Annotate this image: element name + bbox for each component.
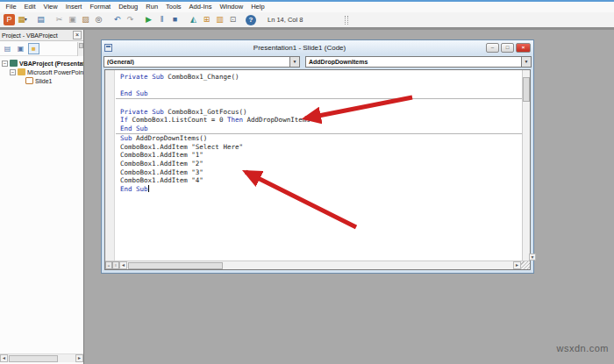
code-window-titlebar[interactable]: Presentation1 - Slide1 (Code) – □ × [102, 40, 533, 54]
scroll-right-icon[interactable]: ► [75, 354, 83, 362]
menu-window[interactable]: Window [216, 2, 247, 12]
resize-grip-icon[interactable] [521, 261, 530, 269]
menu-format[interactable]: Format [86, 2, 115, 12]
cut-icon[interactable]: ✂ [54, 14, 65, 25]
code-line[interactable] [120, 99, 522, 108]
menu-bar: FileEditViewInsertFormatDebugRunToolsAdd… [0, 2, 614, 12]
toolbar-end-handle-icon [345, 16, 348, 25]
code-line[interactable]: ComboBox1.AddItem "4" [120, 176, 522, 185]
code-window-title: Presentation1 - Slide1 (Code) [115, 44, 484, 52]
code-line[interactable] [120, 82, 522, 90]
tree-item-microsoft[interactable]: −Microsoft PowerPoint Ob [0, 68, 83, 76]
restore-button[interactable]: □ [501, 43, 514, 53]
menu-file[interactable]: File [2, 2, 20, 12]
code-line[interactable]: Private Sub ComboBox1_Change() [120, 73, 522, 82]
copy-icon[interactable]: ▣ [67, 14, 78, 25]
menu-run[interactable]: Run [142, 2, 162, 12]
close-icon[interactable]: × [73, 31, 82, 39]
full-module-view-button[interactable]: ≡ [112, 261, 119, 269]
code-line[interactable]: Private Sub ComboBox1_GotFocus() [120, 108, 522, 117]
code-line[interactable]: ComboBox1.AddItem "1" [120, 151, 522, 160]
toolbar: P▦▾▤✂▣▨◎↶↷▶‖■◭⊞▥⊡? Ln 14, Col 8 [0, 12, 614, 27]
code-line[interactable]: End Sub [120, 89, 522, 98]
menu-edit[interactable]: Edit [20, 2, 39, 12]
expander-icon[interactable]: − [10, 69, 16, 75]
view-object-button[interactable]: ▣ [15, 43, 26, 54]
find-icon[interactable]: ◎ [93, 14, 104, 25]
menu-debug[interactable]: Debug [115, 2, 142, 12]
tree-item-vbaproject[interactable]: −VBAProject (Presentatio [0, 59, 83, 68]
code-line[interactable]: If ComboBox1.ListCount = 0 Then AddDropD… [120, 116, 522, 125]
menu-view[interactable]: View [39, 2, 61, 12]
tree-item-label: VBAProject (Presentatio [19, 61, 83, 67]
scroll-right-icon[interactable]: ► [513, 261, 521, 269]
view-powerpoint-icon[interactable]: P [4, 14, 15, 25]
code-editor-client: Private Sub ComboBox1_Change()End SubPri… [104, 69, 531, 270]
tree-item-slide1[interactable]: −Slide1 [0, 76, 83, 85]
vscroll-thumb[interactable] [523, 77, 530, 102]
procedure-view-button[interactable]: = [105, 261, 112, 269]
scroll-left-icon[interactable]: ◄ [0, 354, 8, 362]
paste-icon[interactable]: ▨ [80, 14, 91, 25]
save-icon[interactable]: ▤ [35, 14, 46, 25]
project-panel-hscrollbar[interactable]: ◄ ► [0, 353, 83, 362]
tree-item-label: Slide1 [35, 78, 52, 84]
code-line[interactable]: ComboBox1.AddItem "2" [120, 160, 522, 168]
project-panel-vscrollbar[interactable] [77, 42, 83, 56]
code-editor[interactable]: Private Sub ComboBox1_Change()End SubPri… [116, 70, 522, 261]
minimize-button[interactable]: – [486, 43, 499, 53]
text-cursor [148, 185, 149, 192]
cursor-position-indicator: Ln 14, Col 8 [268, 16, 303, 24]
project-icon [10, 60, 18, 67]
chevron-down-icon[interactable]: ▼ [521, 57, 531, 67]
close-button[interactable]: × [516, 43, 531, 53]
folder-icon [18, 68, 25, 75]
code-line[interactable]: End Sub [120, 125, 522, 133]
code-window-icon [104, 44, 112, 52]
project-explorer-icon[interactable]: ⊞ [201, 14, 212, 25]
redo-icon[interactable]: ↷ [125, 14, 136, 25]
undo-icon[interactable]: ↶ [111, 14, 123, 25]
scroll-down-icon[interactable]: ▼ [529, 253, 536, 261]
toolbar-icons: P▦▾▤✂▣▨◎↶↷▶‖■◭⊞▥⊡? [3, 14, 257, 25]
help-icon[interactable]: ? [246, 15, 256, 25]
project-panel-titlebar: Project - VBAProject × [0, 30, 83, 41]
menu-addins[interactable]: Add-Ins [185, 2, 216, 12]
margin-indicator-bar [105, 70, 115, 261]
code-line[interactable]: Sub AddDropDownItems() [120, 134, 522, 143]
menu-help[interactable]: Help [247, 2, 268, 12]
watermark-text: wsxdn.com [556, 343, 609, 353]
break-icon[interactable]: ‖ [156, 14, 168, 25]
code-line[interactable]: ComboBox1.AddItem "Select Here" [120, 143, 522, 152]
vba-editor-window: FileEditViewInsertFormatDebugRunToolsAdd… [0, 0, 614, 364]
project-panel-toolbar: ▤▣■ [0, 41, 83, 56]
code-window: Presentation1 - Slide1 (Code) – □ × (Gen… [101, 39, 534, 274]
insert-userform-icon[interactable]: ▦▾ [17, 14, 28, 25]
object-dropdown[interactable]: (General) ▼ [104, 56, 300, 68]
project-explorer-panel: Project - VBAProject × ▤▣■ −VBAProject (… [0, 30, 84, 364]
chevron-down-icon[interactable]: ▼ [289, 57, 299, 67]
project-tree: −VBAProject (Presentatio−Microsoft Power… [0, 56, 83, 85]
properties-window-icon[interactable]: ▥ [214, 14, 225, 25]
code-hscrollbar[interactable]: = ≡ ◄ ► [105, 261, 530, 269]
slide-icon [25, 77, 33, 84]
chevron-down-icon: ▾ [25, 14, 27, 25]
menu-tools[interactable]: Tools [162, 2, 186, 12]
code-window-combos: (General) ▼ AddDropDownItems ▼ [102, 54, 533, 69]
run-icon[interactable]: ▶ [143, 14, 154, 25]
view-code-button[interactable]: ▤ [2, 43, 13, 54]
reset-icon[interactable]: ■ [169, 14, 181, 25]
procedure-dropdown[interactable]: AddDropDownItems ▼ [305, 56, 532, 68]
scroll-left-icon[interactable]: ◄ [119, 261, 127, 269]
expander-icon[interactable]: − [2, 61, 8, 67]
hscroll-thumb[interactable] [9, 355, 58, 362]
toggle-folders-button[interactable]: ■ [28, 43, 39, 54]
hscroll-thumb[interactable] [128, 262, 223, 269]
design-mode-icon[interactable]: ◭ [188, 14, 199, 25]
code-vscrollbar[interactable]: ▲ ▼ [522, 70, 530, 261]
code-line[interactable]: ComboBox1.AddItem "3" [120, 168, 522, 177]
menu-insert[interactable]: Insert [61, 2, 86, 12]
tree-item-label: Microsoft PowerPoint Ob [27, 69, 83, 75]
object-browser-icon[interactable]: ⊡ [227, 14, 239, 25]
code-line[interactable]: End Sub [120, 185, 522, 194]
